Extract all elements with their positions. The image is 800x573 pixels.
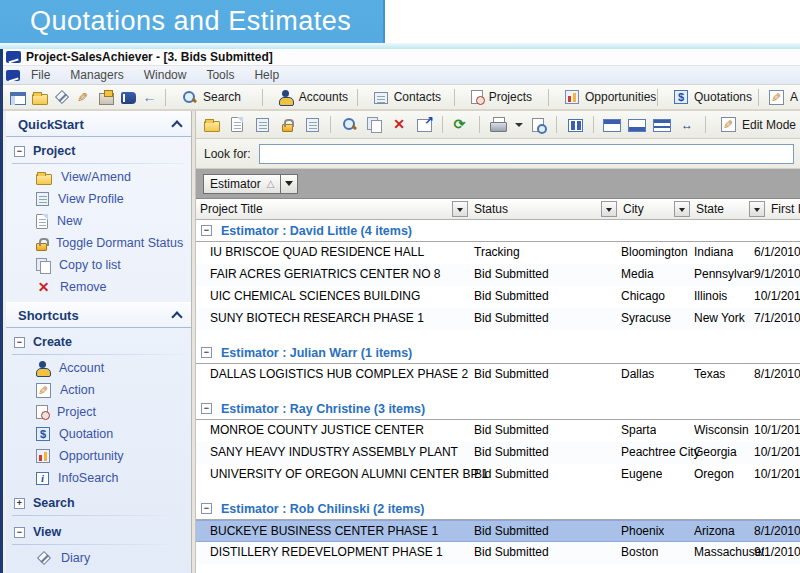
collapse-icon[interactable]: − <box>201 503 212 514</box>
actions-nav-button[interactable]: A <box>763 88 800 107</box>
column-city[interactable]: City <box>623 202 644 216</box>
fit-width-button[interactable] <box>676 114 698 135</box>
menu-window[interactable]: Window <box>135 67 196 83</box>
print-preview-button[interactable] <box>527 114 549 135</box>
export-button[interactable] <box>413 114 435 135</box>
filter-city-button[interactable] <box>601 201 617 217</box>
open-record-button[interactable] <box>201 114 223 135</box>
layout-split-button[interactable] <box>651 114 673 135</box>
toolbar-separator <box>556 116 557 133</box>
sidebar-item-account[interactable]: Account <box>6 357 191 379</box>
look-for-input[interactable] <box>259 144 794 164</box>
back-button[interactable] <box>139 87 161 108</box>
table-row[interactable]: MONROE COUNTY JUSTICE CENTER Bid Submitt… <box>196 420 800 442</box>
body: QuickStart − Project View/Amend View Pro… <box>6 111 800 573</box>
table-row[interactable]: DISTILLERY REDEVELOPMENT PHASE 1 Bid Sub… <box>196 542 800 564</box>
table-row[interactable]: UIC CHEMICAL SCIENCES BUILDING Bid Submi… <box>196 286 800 308</box>
library-button[interactable] <box>117 87 139 108</box>
column-first-inv[interactable]: First Inv <box>771 202 800 216</box>
divider <box>12 515 185 516</box>
collapse-icon[interactable]: − <box>201 403 212 414</box>
collapse-icon[interactable]: − <box>14 337 25 348</box>
columns-button[interactable] <box>564 114 586 135</box>
refresh-button[interactable] <box>450 114 472 135</box>
edit-mode-button[interactable]: Edit Mode <box>713 115 800 134</box>
layout-top-button[interactable] <box>601 114 623 135</box>
sidebar-item-action[interactable]: Action <box>6 379 191 401</box>
opportunities-nav-button[interactable]: Opportunities <box>553 88 653 106</box>
group-header-row[interactable]: − Estimator : Julian Warr (1 items) <box>196 342 800 364</box>
projects-nav-button[interactable]: Projects <box>459 88 544 106</box>
sidebar-item-infosearch[interactable]: InfoSearch <box>6 467 191 489</box>
table-row[interactable]: DALLAS LOGISTICS HUB COMPLEX PHASE 2 Bid… <box>196 364 800 386</box>
group-header-row[interactable]: − Estimator : David Little (4 items) <box>196 220 800 242</box>
collapse-icon[interactable]: − <box>201 225 212 236</box>
sidebar-group-project[interactable]: − Project <box>6 137 191 161</box>
diary-button[interactable] <box>51 87 73 108</box>
group-by-dropdown-button[interactable] <box>281 174 298 194</box>
table-row-selected[interactable]: BUCKEYE BUSINESS CENTER PHASE 1 Bid Subm… <box>196 520 800 542</box>
column-state[interactable]: State <box>696 202 724 216</box>
todo-button[interactable] <box>73 87 95 108</box>
filter-status-button[interactable] <box>452 201 468 217</box>
collapse-icon[interactable]: − <box>14 527 25 538</box>
filter-first-inv-button[interactable] <box>749 201 765 217</box>
sidebar-item-toggle-dormant[interactable]: Toggle Dormant Status <box>6 232 191 254</box>
sidebar-item-quotation[interactable]: Quotation <box>6 423 191 445</box>
group-by-estimator-button[interactable]: Estimator △ <box>203 174 281 194</box>
filter-state-button[interactable] <box>674 201 690 217</box>
accounts-nav-button[interactable]: Accounts <box>267 88 353 107</box>
print-dropdown-button[interactable] <box>512 114 524 135</box>
quotations-nav-button[interactable]: Quotations <box>662 88 754 106</box>
menu-managers[interactable]: Managers <box>61 67 132 83</box>
table-row[interactable]: SUNY BIOTECH RESEARCH PHASE 1 Bid Submit… <box>196 308 800 330</box>
expand-icon[interactable]: + <box>14 498 25 509</box>
contacts-nav-button[interactable]: Contacts <box>362 88 450 106</box>
sidebar-item-copy-to-list[interactable]: Copy to list <box>6 254 191 276</box>
cell-first-inv: 8/1/2010 <box>754 367 800 381</box>
cell-project-title: FAIR ACRES GERIATRICS CENTER NO 8 <box>210 267 440 281</box>
sidebar-item-todo-list[interactable]: To do List <box>6 569 191 573</box>
quotations-nav-label: Quotations <box>694 90 752 104</box>
print-button[interactable] <box>487 114 509 135</box>
toggle-dormant-button[interactable] <box>276 114 298 135</box>
group-header-row[interactable]: − Estimator : Rob Chilinski (2 items) <box>196 498 800 520</box>
column-project-title[interactable]: Project Title <box>200 202 263 216</box>
remove-icon <box>36 280 51 295</box>
sidebar-item-opportunity[interactable]: Opportunity <box>6 445 191 467</box>
view-switch-button[interactable] <box>7 87 29 108</box>
table-row[interactable]: FAIR ACRES GERIATRICS CENTER NO 8 Bid Su… <box>196 264 800 286</box>
sidebar-item-remove[interactable]: Remove <box>6 276 191 298</box>
expand-record-button[interactable] <box>251 114 273 135</box>
copy-button[interactable] <box>363 114 385 135</box>
sidebar-item-project[interactable]: Project <box>6 401 191 423</box>
delete-button[interactable] <box>388 114 410 135</box>
sidebar-group-search[interactable]: + Search <box>6 489 191 513</box>
menu-file[interactable]: File <box>22 67 59 83</box>
group-header-row[interactable]: − Estimator : Ray Christine (3 items) <box>196 398 800 420</box>
menu-tools[interactable]: Tools <box>197 67 243 83</box>
sidebar-item-view-profile[interactable]: View Profile <box>6 188 191 210</box>
sort-ascending-icon: △ <box>267 178 275 189</box>
collapse-icon[interactable]: − <box>14 146 25 157</box>
open-button[interactable] <box>29 87 51 108</box>
find-button[interactable] <box>338 114 360 135</box>
table-row[interactable]: SANY HEAVY INDUSTRY ASSEMBLY PLANT Bid S… <box>196 442 800 464</box>
notes-button[interactable] <box>301 114 323 135</box>
menu-help[interactable]: Help <box>245 67 288 83</box>
shortcuts-header[interactable]: Shortcuts <box>6 302 191 328</box>
sidebar-item-view-amend[interactable]: View/Amend <box>6 166 191 188</box>
sidebar-group-view[interactable]: − View <box>6 518 191 542</box>
sidebar-item-new[interactable]: New <box>6 210 191 232</box>
sidebar-group-create[interactable]: − Create <box>6 328 191 352</box>
layout-bottom-button[interactable] <box>626 114 648 135</box>
column-status[interactable]: Status <box>474 202 508 216</box>
collapse-icon[interactable]: − <box>201 347 212 358</box>
search-nav-button[interactable]: Search <box>170 88 258 107</box>
table-row[interactable]: UNIVERSITY OF OREGON ALUMNI CENTER BP 1 … <box>196 464 800 486</box>
new-record-button[interactable] <box>226 114 248 135</box>
organizer-button[interactable] <box>95 87 117 108</box>
table-row[interactable]: IU BRISCOE QUAD RESIDENCE HALL Tracking … <box>196 242 800 264</box>
sidebar-item-diary[interactable]: Diary <box>6 547 191 569</box>
quickstart-header[interactable]: QuickStart <box>6 111 191 137</box>
